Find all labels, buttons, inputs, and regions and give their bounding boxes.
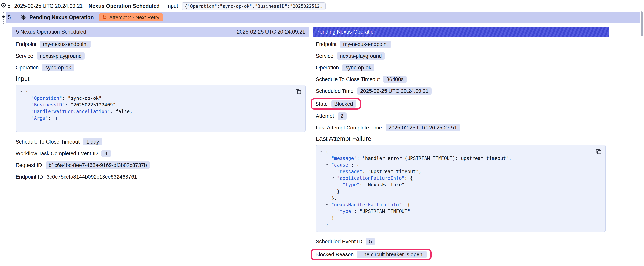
field-row-attempt: Attempt 2 bbox=[316, 112, 606, 120]
pending-marker-dot-icon bbox=[2, 15, 5, 18]
field-value-badge: sync-op-ok bbox=[342, 64, 374, 71]
field-value-badge: b1c6a4bc-8ee7-468a-9169-df3b02c8737b bbox=[46, 161, 150, 169]
timeline-dotted-line bbox=[3, 19, 4, 25]
pending-operation-panel-header: Pending Nexus Operation bbox=[313, 27, 609, 37]
pending-event-id-link[interactable]: 5 bbox=[8, 14, 11, 20]
field-label: Scheduled Time bbox=[316, 88, 354, 94]
retry-badge-text: Attempt 2 · Next Retry bbox=[109, 14, 160, 20]
field-value-badge: 1 day bbox=[83, 138, 102, 145]
event-title: Nexus Operation Scheduled bbox=[88, 3, 160, 9]
panel-header-title: Pending Nexus Operation bbox=[316, 29, 376, 35]
field-value-badge: 2025-02-25 UTC 20:25:27.51 bbox=[385, 124, 460, 131]
field-label: State bbox=[315, 101, 328, 107]
field-row-schedule-to-close-timeout: Schedule To Close Timeout 1 day bbox=[16, 138, 306, 146]
field-row-endpoint: Endpoint my-nexus-endpoint bbox=[316, 40, 606, 48]
field-row-endpoint-id: Endpoint ID 3c0c75ccfa8144b092c13ce63246… bbox=[16, 173, 306, 181]
field-label: Operation bbox=[16, 65, 39, 71]
field-value-badge: 5 bbox=[366, 238, 375, 245]
field-row-service: Service nexus-playground bbox=[316, 52, 606, 60]
field-label: Endpoint bbox=[316, 41, 336, 47]
input-json-block: { "Operation": "sync-op-ok", "BusinessID… bbox=[16, 85, 306, 132]
state-value-badge: Blocked bbox=[331, 100, 356, 108]
event-detail-panel-body: Endpoint my-nexus-endpoint Service nexus… bbox=[12, 37, 309, 181]
state-highlight-annotation: State Blocked bbox=[311, 98, 361, 110]
event-id[interactable]: 5 bbox=[8, 3, 10, 9]
field-value-badge: sync-op-ok bbox=[42, 64, 74, 71]
field-value-badge: my-nexus-endpoint bbox=[40, 41, 91, 48]
copy-icon[interactable] bbox=[295, 88, 302, 95]
field-row-service: Service nexus-playground bbox=[16, 52, 306, 60]
pending-nexus-operation-row[interactable]: 5 Pending Nexus Operation ↻ Attempt 2 · … bbox=[6, 12, 640, 23]
last-attempt-failure-label: Last Attempt Failure bbox=[316, 135, 606, 142]
field-label: Request ID bbox=[16, 162, 42, 168]
event-input-preview-chip: {"Operation":"sync-op-ok","BusinessID":"… bbox=[182, 2, 325, 10]
field-row-request-id: Request ID b1c6a4bc-8ee7-468a-9169-df3b0… bbox=[16, 161, 306, 169]
field-label: Schedule To Close Timeout bbox=[316, 76, 380, 82]
collapse-chevron-icon[interactable] bbox=[326, 162, 328, 167]
field-value-badge: 4 bbox=[101, 150, 110, 157]
collapse-chevron-icon[interactable] bbox=[20, 89, 22, 94]
field-row-operation: Operation sync-op-ok bbox=[316, 64, 606, 72]
vertical-scrollbar-thumb[interactable] bbox=[641, 11, 643, 36]
detail-panels: 5 Nexus Operation Scheduled 2025-02-25 U… bbox=[12, 27, 608, 262]
field-row-workflow-task-completed-event-id: Workflow Task Completed Event ID 4 bbox=[16, 149, 306, 158]
event-timestamp: 2025-02-25 UTC 20:24:09.21 bbox=[14, 3, 83, 9]
field-label: Service bbox=[316, 53, 333, 59]
event-detail-panel-header: 5 Nexus Operation Scheduled 2025-02-25 U… bbox=[12, 27, 309, 37]
field-label: Blocked Reason bbox=[315, 251, 354, 257]
failure-json-block: { "message": "handler error (UPSTREAM_TI… bbox=[316, 145, 606, 232]
field-value-badge: my-nexus-endpoint bbox=[340, 41, 391, 48]
field-value-badge: nexus-playground bbox=[337, 52, 385, 60]
collapse-chevron-icon[interactable] bbox=[326, 202, 328, 207]
retry-icon: ↻ bbox=[102, 15, 107, 20]
timeline-rail bbox=[0, 1, 6, 51]
collapse-chevron-icon[interactable] bbox=[320, 149, 323, 154]
field-label: Endpoint ID bbox=[16, 174, 43, 180]
event-input-label: Input bbox=[166, 3, 178, 9]
retry-attempt-badge: ↻ Attempt 2 · Next Retry bbox=[99, 13, 163, 21]
endpoint-id-link[interactable]: 3c0c75ccfa8144b092c13ce632463761 bbox=[46, 174, 137, 180]
event-row-nexus-operation-scheduled[interactable]: 5 2025-02-25 UTC 20:24:09.21 Nexus Opera… bbox=[6, 1, 640, 11]
field-label: Workflow Task Completed Event ID bbox=[16, 151, 98, 156]
field-label: Schedule To Close Timeout bbox=[16, 139, 80, 145]
copy-icon[interactable] bbox=[595, 148, 602, 155]
field-row-scheduled-time: Scheduled Time 2025-02-25 UTC 20:24:09.2… bbox=[316, 87, 606, 95]
event-rows: 5 2025-02-25 UTC 20:24:09.21 Nexus Opera… bbox=[6, 1, 640, 23]
input-json-label: Input bbox=[16, 75, 306, 82]
field-row-last-attempt-complete-time: Last Attempt Complete Time 2025-02-25 UT… bbox=[316, 124, 606, 132]
input-json-code: { "Operation": "sync-op-ok", "BusinessID… bbox=[20, 89, 300, 128]
panel-header-time: 2025-02-25 UTC 20:24:09.21 bbox=[237, 29, 305, 35]
field-label: Attempt bbox=[316, 113, 334, 119]
field-label: Scheduled Event ID bbox=[316, 239, 362, 244]
pending-operation-panel-body: Endpoint my-nexus-endpoint Service nexus… bbox=[313, 37, 609, 260]
timeline-dotted-line bbox=[3, 9, 4, 14]
blocked-reason-value-badge: The circuit breaker is open. bbox=[357, 251, 427, 258]
field-label: Operation bbox=[316, 65, 339, 71]
field-value-badge: 86400s bbox=[383, 76, 407, 83]
field-row-state: State Blocked bbox=[316, 98, 606, 110]
field-value-badge: 2 bbox=[338, 112, 346, 120]
field-row-blocked-reason: Blocked Reason The circuit breaker is op… bbox=[316, 249, 606, 260]
field-row-endpoint: Endpoint my-nexus-endpoint bbox=[16, 40, 306, 48]
field-label: Endpoint bbox=[16, 41, 36, 47]
field-value-badge: nexus-playground bbox=[37, 52, 85, 60]
failure-json-code: { "message": "handler error (UPSTREAM_TI… bbox=[320, 149, 601, 228]
pending-operation-panel: Pending Nexus Operation Endpoint my-nexu… bbox=[313, 27, 609, 262]
asterisk-icon bbox=[20, 15, 26, 20]
panel-header-title: 5 Nexus Operation Scheduled bbox=[16, 29, 86, 35]
field-label: Service bbox=[16, 53, 33, 59]
blocked-reason-highlight-annotation: Blocked Reason The circuit breaker is op… bbox=[311, 249, 432, 260]
field-label: Last Attempt Complete Time bbox=[316, 125, 382, 131]
pending-row-title: Pending Nexus Operation bbox=[30, 14, 94, 20]
collapse-chevron-icon[interactable] bbox=[331, 175, 334, 181]
field-row-operation: Operation sync-op-ok bbox=[16, 64, 306, 72]
field-value-badge: 2025-02-25 UTC 20:24:09.21 bbox=[357, 87, 432, 95]
temporal-event-history-page: 5 2025-02-25 UTC 20:24:09.21 Nexus Opera… bbox=[0, 0, 644, 266]
event-detail-panel: 5 Nexus Operation Scheduled 2025-02-25 U… bbox=[12, 27, 309, 262]
field-row-schedule-to-close-timeout: Schedule To Close Timeout 86400s bbox=[316, 75, 606, 84]
event-marker-icon bbox=[1, 3, 6, 8]
field-row-scheduled-event-id: Scheduled Event ID 5 bbox=[316, 237, 606, 246]
